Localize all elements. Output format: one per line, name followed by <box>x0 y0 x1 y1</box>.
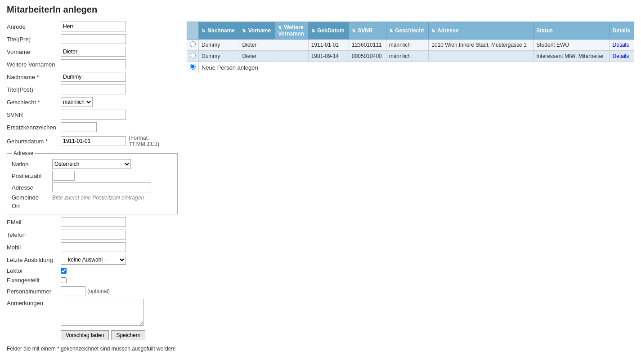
gebdatum-sort-icon: ⇅ <box>311 28 315 33</box>
nachname-input[interactable] <box>61 72 126 82</box>
mobil-row: Mobil <box>7 242 178 252</box>
svnr-label: SVNR <box>7 111 61 118</box>
adresse-legend: Adresse <box>12 150 35 156</box>
lektor-row: Lektor <box>7 267 178 274</box>
gemeinde-label: Gemeinde <box>12 194 52 201</box>
geburtsdatum-row: Geburtsdatum * (Format: TT.MM.JJJJ) <box>7 135 178 147</box>
geschlecht-sort-icon: ⇅ <box>389 28 393 33</box>
nation-row: Nation Österreich Deutschland <box>12 159 173 169</box>
mobil-label: Mobil <box>7 244 61 251</box>
ersatzkennzeichen-label: Ersatzkennzeichen <box>7 124 61 131</box>
details-link[interactable]: Details <box>613 53 629 59</box>
postleitzahl-row: Postleitzahl <box>12 171 173 181</box>
page-title: MitarbeiterIn anlegen <box>7 4 634 15</box>
row-svnr: 0005010400 <box>349 51 386 62</box>
row-radio[interactable] <box>190 41 196 47</box>
nation-select[interactable]: Österreich Deutschland <box>52 159 131 169</box>
weitere-vornamen-input[interactable] <box>61 59 126 69</box>
row-details[interactable]: Details <box>610 51 634 62</box>
col-nachname-header[interactable]: ⇅ Nachname <box>199 22 239 40</box>
row-nachname: Dummy <box>199 51 239 62</box>
svnr-input[interactable] <box>61 110 126 120</box>
postleitzahl-label: Postleitzahl <box>12 173 52 179</box>
vorschlag-laden-button[interactable]: Vorschlag laden <box>61 330 109 340</box>
ersatzkennzeichen-input[interactable] <box>61 122 97 132</box>
row-nachname: Dummy <box>199 40 239 51</box>
adresse-fieldset: Adresse Nation Österreich Deutschland Po… <box>7 150 178 214</box>
vorname-input[interactable] <box>61 47 126 57</box>
neue-person-radio-cell[interactable] <box>187 62 199 73</box>
footer-note: Felder die mit einem * gekennzeichnet si… <box>7 346 634 352</box>
nachname-sort-icon: ⇅ <box>202 28 205 33</box>
anmerkungen-textarea[interactable] <box>61 299 144 326</box>
row-vorname: Dieter <box>239 40 275 51</box>
adresse-inner-label: Adresse <box>12 184 52 191</box>
geburtsdatum-format-hint: (Format: TT.MM.JJJJ) <box>129 135 178 147</box>
col-geschlecht-header[interactable]: ⇅ Geschlecht <box>386 22 429 40</box>
details-link[interactable]: Details <box>613 42 629 48</box>
table-row: Dummy Dieter 1981-09-14 0005010400 männl… <box>187 51 634 62</box>
row-status: Student EWU <box>533 40 610 51</box>
row-radio[interactable] <box>190 53 196 58</box>
telefon-label: Telefon <box>7 231 61 238</box>
table-row: Dummy Dieter 1911-01-01 1236010111 männl… <box>187 40 634 51</box>
fixangestellt-row: Fixangestellt <box>7 277 178 284</box>
nachname-label: Nachname * <box>7 74 61 80</box>
personalnummer-label: Personalnummer <box>7 288 61 295</box>
speichern-button[interactable]: Speichern <box>111 330 145 340</box>
telefon-input[interactable] <box>61 230 126 240</box>
letzte-ausbildung-label: Letzte Ausbildung <box>7 257 61 263</box>
neue-person-radio[interactable] <box>190 64 196 70</box>
anmerkungen-row: Anmerkungen <box>7 299 178 326</box>
mobil-input[interactable] <box>61 242 126 252</box>
col-gebdatum-header[interactable]: ⇅ GebDatum <box>308 22 349 40</box>
vorname-label: Vorname <box>7 49 61 55</box>
telefon-row: Telefon <box>7 230 178 240</box>
neue-person-row: Neue Person anlegen <box>187 62 634 73</box>
form-section: Anrede Titel(Pre) Vorname Weitere Vornam… <box>7 22 178 340</box>
row-weitere-vornamen <box>275 51 309 62</box>
table-section: ⇅ Nachname ⇅ Vorname ⇅ WeitereVornamen ⇅… <box>187 22 634 73</box>
row-vorname: Dieter <box>239 51 275 62</box>
personalnummer-hint: (optional) <box>87 288 110 294</box>
col-svnr-header[interactable]: ⇅ SVNR <box>349 22 386 40</box>
fixangestellt-checkbox[interactable] <box>61 277 67 283</box>
email-row: EMail <box>7 217 178 227</box>
nachname-row: Nachname * <box>7 72 178 82</box>
personalnummer-row: Personalnummer (optional) <box>7 286 178 296</box>
personalnummer-input[interactable] <box>61 286 85 296</box>
row-details[interactable]: Details <box>610 40 634 51</box>
email-input[interactable] <box>61 217 126 227</box>
buttons-row: Vorschlag laden Speichern <box>61 330 178 340</box>
nation-label: Nation <box>12 161 52 168</box>
anrede-input[interactable] <box>61 22 126 31</box>
anrede-row: Anrede <box>7 22 178 31</box>
lektor-checkbox[interactable] <box>61 268 67 274</box>
geburtsdatum-input[interactable] <box>61 136 126 146</box>
anrede-label: Anrede <box>7 23 61 30</box>
col-adresse-header[interactable]: ⇅ Adresse <box>429 22 533 40</box>
row-status: Interessent MIW, Mitarbeiter <box>533 51 610 62</box>
col-vorname-header[interactable]: ⇅ Vorname <box>239 22 275 40</box>
gemeinde-row: Gemeinde Bitte zuerst eine Postleitzahl … <box>12 194 173 201</box>
geschlecht-row: Geschlecht * männlich weiblich <box>7 97 178 107</box>
lektor-label: Lektor <box>7 267 61 274</box>
geburtsdatum-label: Geburtsdatum * <box>7 138 61 145</box>
geschlecht-select[interactable]: männlich weiblich <box>61 97 93 107</box>
ort-label: Ort <box>12 203 52 209</box>
svnr-sort-icon: ⇅ <box>352 28 355 33</box>
titel-pre-label: Titel(Pre) <box>7 36 61 43</box>
row-radio-cell[interactable] <box>187 51 199 62</box>
postleitzahl-input[interactable] <box>52 171 75 181</box>
adresse-inner-input[interactable] <box>52 182 151 192</box>
col-weitere-vornamen-header[interactable]: ⇅ WeitereVornamen <box>275 22 309 40</box>
neue-person-label-cell: Neue Person anlegen <box>199 62 634 73</box>
row-radio-cell[interactable] <box>187 40 199 51</box>
titel-post-input[interactable] <box>61 84 126 94</box>
gemeinde-placeholder-text: Bitte zuerst eine Postleitzahl eintragen <box>52 195 144 201</box>
titel-pre-input[interactable] <box>61 34 126 44</box>
ort-row: Ort <box>12 203 173 209</box>
letzte-ausbildung-select[interactable]: -- keine Auswahl -- <box>61 255 126 265</box>
anmerkungen-label: Anmerkungen <box>7 299 61 306</box>
col-details-header: Details <box>610 22 634 40</box>
